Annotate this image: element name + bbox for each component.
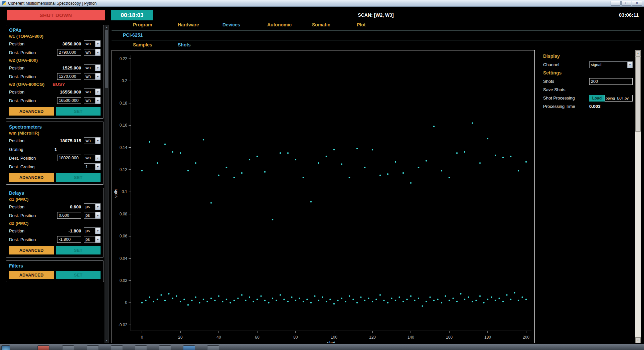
tab-somatic[interactable]: Somatic: [312, 22, 357, 29]
d2-position-value: -1.800: [54, 228, 81, 233]
wm-dest-grating-select[interactable]: 1 ▼: [84, 163, 101, 170]
scroll-up-icon[interactable]: ▲: [635, 50, 641, 56]
wm-grating-row: Grating 1: [9, 145, 101, 154]
d2-position-label: Position: [9, 228, 54, 233]
taskbar-icon[interactable]: [159, 345, 171, 350]
dropdown-arrow-icon: ▼: [95, 98, 100, 104]
spectrometers-panel: Spectrometers wm (MicroHR) Position 1807…: [6, 122, 104, 185]
w3-dest-units-select[interactable]: wn ▼: [84, 97, 101, 104]
tab-samples[interactable]: Samples: [133, 42, 178, 49]
svg-text:100: 100: [331, 335, 337, 340]
d2-dest-units-select[interactable]: ps ▼: [84, 236, 101, 243]
taskbar-icon[interactable]: [183, 345, 195, 350]
minimize-icon[interactable]: –: [611, 1, 621, 6]
scroll-down-icon[interactable]: ▼: [105, 339, 109, 343]
taskbar-icon[interactable]: [135, 345, 147, 350]
processing-time-label: Processing Time: [543, 104, 589, 109]
windows-taskbar: [0, 344, 644, 350]
channel-select[interactable]: signal ▼: [589, 61, 633, 68]
shutdown-button[interactable]: SHUT DOWN: [7, 10, 105, 20]
taskbar-icon[interactable]: [62, 345, 74, 350]
spectrometers-advanced-button[interactable]: ADVANCED: [9, 173, 54, 182]
d1-dest-units-select[interactable]: ps ▼: [84, 212, 101, 219]
opas-set-button[interactable]: SET: [56, 107, 101, 116]
filters-advanced-button[interactable]: ADVANCED: [9, 271, 54, 279]
spectrometers-set-button[interactable]: SET: [56, 173, 101, 182]
w2-dest-units-select[interactable]: wn ▼: [84, 73, 101, 80]
dropdown-arrow-icon: ▼: [95, 228, 100, 234]
d2-dest-input[interactable]: [57, 236, 81, 243]
d1-units-select[interactable]: ps ▼: [84, 203, 101, 210]
wm-units-select[interactable]: wn ▼: [84, 137, 101, 144]
taskbar-icon[interactable]: [207, 345, 219, 350]
w2-units-select[interactable]: wn ▼: [84, 64, 101, 71]
w2-name: w2 (OPA-800): [9, 58, 101, 63]
w3-dest-label: Dest. Position: [9, 98, 57, 103]
tab-pci-6251[interactable]: PCI-6251: [123, 32, 168, 39]
d1-dest-input[interactable]: [57, 212, 81, 219]
shots-input[interactable]: [589, 78, 633, 85]
delays-advanced-button[interactable]: ADVANCED: [9, 246, 54, 254]
svg-text:120: 120: [369, 335, 376, 340]
w1-dest-units-select[interactable]: wn ▼: [84, 49, 101, 56]
device-sub-tab-bar: Samples Shots: [112, 42, 222, 49]
w2-dest-units-value: wn: [84, 73, 95, 79]
d2-dest-row: Dest. Position ps ▼: [9, 235, 101, 244]
wm-dest-grating-label: Dest. Grating: [9, 164, 84, 169]
processing-time-row: Processing Time 0.003: [543, 102, 633, 111]
taskbar-icon[interactable]: [37, 345, 49, 350]
main-scrollbar[interactable]: ▲ ▼: [635, 50, 641, 343]
opas-advanced-button[interactable]: ADVANCED: [9, 107, 54, 116]
w1-dest-row: Dest. Position wn ▼: [9, 48, 101, 57]
maximize-icon[interactable]: □: [621, 1, 631, 6]
dropdown-arrow-icon: ▼: [95, 73, 100, 79]
spectrometers-header: Spectrometers: [9, 124, 101, 130]
tab-devices[interactable]: Devices: [222, 22, 267, 29]
sidebar-scrollbar-thumb[interactable]: [105, 30, 108, 88]
w2-dest-label: Dest. Position: [9, 74, 57, 79]
w1-dest-input[interactable]: [57, 49, 81, 56]
svg-text:0: 0: [125, 300, 127, 305]
tab-autonomic[interactable]: Autonomic: [267, 22, 312, 29]
wm-dest-units-select[interactable]: wn ▼: [84, 155, 101, 161]
svg-text:140: 140: [408, 335, 414, 340]
wm-position-label: Position: [9, 138, 54, 143]
wm-name-label: wm (MicroHR): [9, 131, 39, 136]
wm-dest-input[interactable]: [57, 155, 81, 161]
svg-text:0.14: 0.14: [120, 145, 128, 150]
w3-units-value: wn: [84, 89, 95, 95]
wm-position-row: Position 18075.015 wn ▼: [9, 136, 101, 145]
scroll-down-icon[interactable]: ▼: [635, 337, 641, 343]
w1-units-select[interactable]: wn ▼: [84, 40, 101, 47]
w3-name-label: w3 (OPA-800CG): [9, 82, 44, 87]
tab-plot[interactable]: Plot: [357, 22, 401, 29]
svg-text:0.04: 0.04: [120, 256, 128, 261]
svg-text:0.12: 0.12: [120, 167, 128, 172]
d2-units-select[interactable]: ps ▼: [84, 227, 101, 234]
filters-set-button[interactable]: SET: [56, 271, 101, 279]
delays-set-button[interactable]: SET: [56, 246, 101, 254]
taskbar-icon[interactable]: [87, 345, 99, 350]
w1-position-value: 3050.000: [54, 41, 81, 46]
taskbar-icon[interactable]: [111, 345, 123, 350]
scroll-up-icon[interactable]: ▲: [105, 25, 109, 29]
tab-shots[interactable]: Shots: [178, 42, 222, 49]
tab-hardware[interactable]: Hardware: [178, 22, 222, 29]
load-button[interactable]: Load: [589, 95, 605, 102]
main-scrollbar-thumb[interactable]: [635, 56, 641, 132]
w2-dest-input[interactable]: [57, 73, 81, 80]
start-button[interactable]: [1, 345, 10, 350]
tab-program[interactable]: Program: [133, 22, 178, 29]
svg-text:160: 160: [446, 335, 453, 340]
device-tab-bar: PCI-6251: [112, 32, 168, 39]
opas-buttons: ADVANCED SET: [9, 107, 101, 116]
window-title: Coherent Multidimensional Spectroscopy |…: [8, 1, 97, 6]
w3-units-select[interactable]: wn ▼: [84, 89, 101, 95]
sidebar-scrollbar[interactable]: ▲ ▼: [105, 25, 109, 343]
application-window: Coherent Multidimensional Spectroscopy |…: [0, 0, 644, 350]
w3-position-row: Position 16550.000 wn ▼: [9, 88, 101, 96]
dropdown-arrow-icon: ▼: [95, 41, 100, 47]
w3-dest-input[interactable]: [57, 97, 81, 104]
close-icon[interactable]: ×: [632, 1, 642, 6]
shot-processing-file-input[interactable]: [605, 95, 633, 102]
